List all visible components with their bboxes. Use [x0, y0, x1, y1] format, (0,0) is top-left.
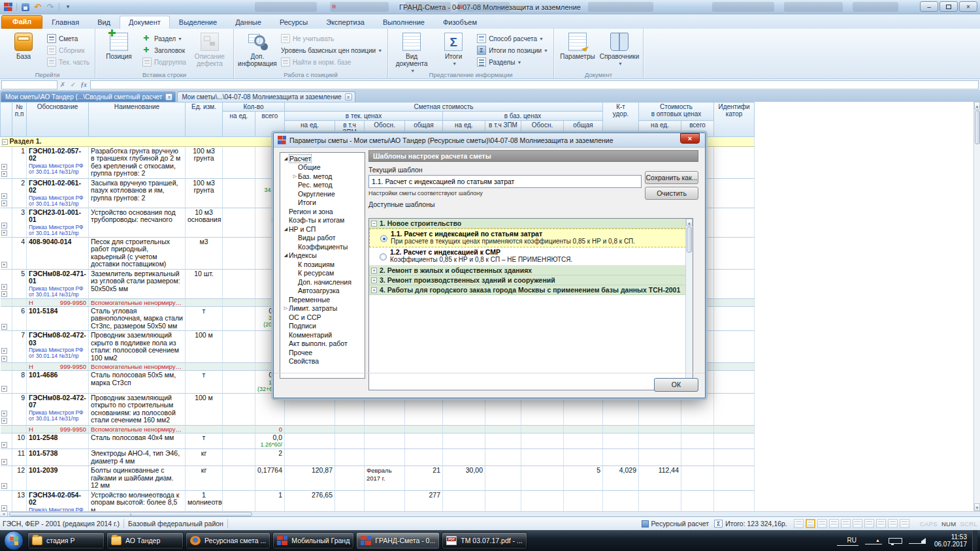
radio-button[interactable] — [380, 253, 387, 260]
tree-item-Индексы[interactable]: ◢Индексы — [280, 251, 365, 260]
speaker-icon[interactable] — [909, 538, 926, 544]
expand-icon[interactable]: + — [1, 505, 7, 511]
tree-item-К ресурсам[interactable]: К ресурсам — [280, 269, 365, 278]
collapse-box-icon[interactable]: − — [2, 139, 8, 145]
status-tool-icon[interactable] — [794, 519, 804, 528]
show-desktop-button[interactable] — [972, 530, 977, 551]
function-icon[interactable]: ƒx — [78, 81, 89, 88]
tree-item-Регион и зона[interactable]: Регион и зона — [280, 207, 365, 216]
vertical-scrollbar[interactable]: ▲ ▼ — [973, 102, 980, 511]
ribbon-button[interactable]: Параметры — [557, 31, 598, 69]
expand-icon[interactable]: + — [1, 348, 7, 354]
start-button[interactable] — [4, 531, 24, 550]
status-tool-icon[interactable] — [900, 519, 909, 528]
clear-button[interactable]: Очистить — [645, 187, 698, 200]
scroll-down-icon[interactable]: ▼ — [974, 503, 980, 511]
expand-icon[interactable]: + — [1, 262, 7, 268]
horizontal-scroll-thumb[interactable] — [9, 512, 252, 516]
expanded-icon[interactable]: ◢ — [283, 227, 289, 232]
ribbon-button[interactable]: Заголовок — [140, 44, 189, 56]
aux-resource-row[interactable]: Н999-9950Вспомогательные ненормируемые…0 — [1, 425, 755, 433]
collapse-box-icon[interactable]: − — [371, 221, 377, 227]
table-row[interactable]: +11101-5738Электроды АНО-4, тип Э46, диа… — [1, 449, 755, 466]
taskbar-button[interactable]: ТМ 03.07.17.pdf - ... — [442, 532, 527, 549]
table-row[interactable]: +12101-2039Болты оцинкованные с гайками … — [1, 466, 755, 491]
taskbar-button[interactable]: Ресурсная смета ... — [186, 532, 270, 549]
undo-button[interactable]: ↶ — [33, 2, 43, 12]
ribbon-tab-Выполнение[interactable]: Выполнение — [374, 16, 434, 29]
accept-icon[interactable]: ✓ — [68, 81, 78, 88]
list-scroll-thumb[interactable] — [687, 227, 692, 253]
tree-item-Комментарий[interactable]: Комментарий — [280, 330, 365, 339]
expand-box-icon[interactable]: + — [371, 287, 377, 293]
language-indicator[interactable]: RU — [837, 536, 858, 546]
expand-icon[interactable]: + — [1, 171, 7, 177]
template-item[interactable]: 1.2. Расчет с индексацией к СМРКоэффицие… — [369, 247, 693, 266]
expand-icon[interactable]: + — [1, 164, 7, 170]
status-tool-icon[interactable] — [853, 519, 862, 528]
ribbon-button[interactable]: Уровень базисных цен позиции▼ — [278, 44, 385, 56]
close-icon[interactable]: x — [345, 93, 352, 101]
scroll-left-icon[interactable]: ◄ — [0, 512, 8, 516]
taskbar-button[interactable]: ГРАНД-Смета - 0... — [356, 532, 440, 549]
expand-icon[interactable]: + — [1, 483, 7, 489]
cell-name-input[interactable] — [1, 80, 57, 89]
expand-icon[interactable]: + — [1, 418, 7, 424]
tree-item-НР и СП[interactable]: ◢НР и СП — [280, 225, 365, 234]
ribbon-button[interactable]: Итоги по позиции▼ — [474, 44, 551, 56]
qat-customize-button[interactable]: ▼ — [63, 2, 73, 12]
ribbon-tab-Экспертиза[interactable]: Экспертиза — [317, 16, 374, 29]
ribbon-button[interactable]: Доп. информация — [237, 31, 278, 69]
tree-item-Прочее[interactable]: Прочее — [280, 348, 365, 357]
list-scrollbar[interactable]: ▲ ▼ — [685, 219, 693, 390]
expand-icon[interactable]: + — [1, 356, 7, 362]
tree-item-Акт выполн. работ[interactable]: Акт выполн. работ — [280, 339, 365, 349]
tree-item-Баз. метод[interactable]: ▷Баз. метод — [280, 172, 365, 181]
tree-item-Виды работ[interactable]: Виды работ — [280, 234, 365, 243]
expanded-icon[interactable]: ◢ — [283, 156, 289, 161]
status-tool-icon[interactable] — [876, 519, 886, 528]
ribbon-tab-Главная[interactable]: Главная — [42, 16, 88, 29]
document-tab[interactable]: Мои сметы\АО Тандер (...\Сводный сметный… — [1, 91, 176, 102]
ribbon-button[interactable]: Раздел▼ — [140, 33, 189, 44]
expand-icon[interactable]: + — [1, 386, 7, 392]
tree-item-Лимит. затраты[interactable]: ▷Лимит. затраты — [280, 304, 365, 313]
ribbon-button[interactable]: Разделы▼ — [474, 56, 551, 68]
dialog-title-bar[interactable]: Параметры сметы - Мои сметы\АО Тандер (Р… — [274, 133, 705, 148]
template-group-header[interactable]: +3. Ремонт производственных зданий и соо… — [369, 276, 693, 285]
ribbon-button[interactable]: База — [3, 31, 44, 69]
ribbon-button[interactable]: Смета — [44, 33, 92, 44]
network-icon[interactable] — [889, 538, 902, 544]
expand-icon[interactable]: + — [1, 411, 7, 417]
table-row[interactable]: +10101-2548Сталь полосовая 40x4 ммт0,01.… — [1, 433, 755, 449]
collapsed-icon[interactable]: ▷ — [292, 174, 298, 179]
ribbon-button[interactable]: Способ расчета▼ — [474, 33, 551, 44]
current-template-field[interactable]: 1.1. Расчет с индексацией по статьям зат… — [368, 175, 642, 188]
taskbar-button[interactable]: стадия Р — [27, 532, 105, 549]
expand-icon[interactable]: + — [1, 324, 7, 330]
tree-item-Подписи[interactable]: Подписи — [280, 322, 365, 331]
status-tool-icon[interactable] — [841, 519, 851, 528]
close-icon[interactable]: x — [165, 93, 172, 101]
expand-box-icon[interactable]: + — [371, 277, 377, 283]
tree-item-Свойства[interactable]: Свойства — [280, 357, 365, 366]
ribbon-button[interactable]: Справочники▼ — [598, 31, 640, 69]
expand-icon[interactable]: + — [1, 193, 7, 199]
ribbon-button[interactable]: Вид документа▼ — [391, 31, 433, 76]
ribbon-button[interactable]: Итоги▼ — [433, 31, 474, 69]
template-group-header[interactable]: +2. Ремонт в жилых и общественных здания… — [369, 266, 693, 276]
template-item[interactable]: 1.1. Расчет с индексацией по статьям зат… — [369, 228, 693, 247]
ribbon-tab-Выделение[interactable]: Выделение — [170, 16, 226, 29]
tree-item-Доп. начисления[interactable]: Доп. начисления — [280, 277, 365, 287]
status-tool-icon[interactable] — [888, 519, 898, 528]
table-row[interactable]: ++13ГЭСН34-02-054-02Приказ Минстроя РФ о… — [1, 490, 755, 511]
template-group-header[interactable]: −1. Новое строительство — [369, 219, 693, 228]
expand-icon[interactable]: + — [1, 291, 7, 297]
expand-box-icon[interactable]: + — [371, 268, 377, 274]
vertical-scroll-thumb[interactable] — [975, 110, 980, 144]
ribbon-tab-Файл[interactable]: Файл — [1, 15, 42, 29]
clock[interactable]: 11:53 06.07.2017 — [934, 533, 967, 548]
redo-button[interactable]: ↷ — [45, 2, 56, 12]
ribbon-tab-Данные[interactable]: Данные — [226, 16, 270, 29]
tree-item-Общие[interactable]: Общие — [280, 163, 365, 172]
